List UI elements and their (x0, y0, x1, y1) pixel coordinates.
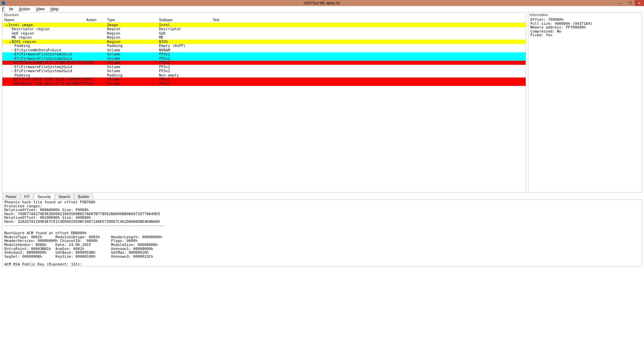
expand-icon[interactable]: ◢ (6, 23, 8, 27)
row-type: Region (107, 35, 159, 40)
row-type: Volume (107, 52, 159, 56)
row-subtype: ME (159, 35, 213, 40)
row-subtype: Intel (159, 23, 213, 27)
row-type: Padding (107, 44, 159, 48)
structure-title: Structure (2, 12, 526, 17)
row-type: Volume (107, 77, 159, 82)
tree-body[interactable]: ◢Intel imageImageIntelDescriptor regionR… (2, 23, 526, 192)
expand-icon[interactable]: ▷ (12, 57, 14, 60)
expand-icon[interactable]: ▷ (12, 65, 14, 68)
tree-row[interactable]: Descriptor regionRegionDescriptor (2, 27, 526, 32)
row-subtype: Descriptor (159, 27, 213, 31)
window-title: UEFITool NE alpha 52 (304, 1, 340, 5)
col-text[interactable]: Text (213, 18, 526, 22)
row-type: Volume (107, 56, 159, 61)
minimize-button[interactable]: — (616, 0, 625, 6)
tabs: Parser FIT Security Search Builder (2, 193, 642, 199)
menu-view[interactable]: View (36, 7, 45, 11)
row-name: BA34AA5B-110E-4810-B729-E559EFD075D3 (13, 82, 93, 86)
row-subtype: Non-empty (159, 73, 213, 78)
tree-row[interactable]: GbE regionRegionGbE (2, 31, 526, 36)
row-subtype: FFSv2 (159, 52, 213, 56)
tree-row[interactable]: ▷8579D1CA-45E8-4F1C-A789-FFA770672099Vol… (2, 61, 526, 65)
tree-row[interactable]: ▷EfiFirmwareFileSystem2GuidVolumeFFSv2 (2, 52, 526, 57)
menubar: File Action View Help (0, 6, 644, 12)
row-subtype: FFSv2 (159, 65, 213, 69)
menu-action[interactable]: Action (19, 7, 30, 11)
row-subtype: FFSv2 (159, 60, 213, 65)
row-name: Padding (14, 44, 30, 48)
row-type: Region (107, 40, 159, 44)
tree-row[interactable]: ▷BA34AA5B-110E-4810-B729-E559EFD075D3Vol… (2, 82, 526, 86)
row-type: Volume (107, 60, 159, 65)
menu-help[interactable]: Help (50, 7, 59, 11)
expand-icon[interactable]: ▷ (12, 49, 14, 52)
tree-row[interactable]: ME regionRegionME (2, 36, 526, 40)
expand-icon[interactable]: ▷ (12, 69, 14, 72)
row-type: Volume (107, 48, 159, 52)
row-type: Image (107, 23, 159, 27)
maximize-button[interactable]: ❐ (625, 0, 635, 6)
tree-row[interactable]: ▷EfiFirmwareFileSystem2GuidVolumeFFSv2 (2, 65, 526, 69)
row-subtype: NVRAM (159, 48, 213, 52)
row-name: 8579D1CA-45E8-4F1C-A789-FFA770672099 (13, 60, 93, 65)
row-name: GbE region (12, 31, 34, 36)
tab-search[interactable]: Search (55, 194, 74, 199)
tree-row[interactable]: ◢BIOS regionRegionBIOS (2, 40, 526, 44)
tree-row[interactable]: PaddingPaddingEmpty (0xFF) (2, 44, 526, 48)
tab-security[interactable]: Security (34, 194, 55, 199)
row-subtype: FFSv2 (159, 69, 213, 73)
row-name: ME region (12, 35, 32, 40)
row-name: EfiFirmwareFileSystem2Guid (14, 69, 72, 73)
expand-icon[interactable]: ◢ (9, 40, 12, 43)
tree-header: Name Action Type Subtype Text (2, 17, 526, 23)
row-type: Volume (107, 69, 159, 73)
row-subtype: Empty (0xFF) (159, 44, 213, 48)
row-subtype: BIOS (159, 40, 213, 44)
expand-icon[interactable]: ▷ (12, 53, 14, 56)
row-name: Intel image (8, 23, 33, 27)
app-icon (1, 1, 5, 5)
info-title: Information (528, 12, 642, 17)
row-name: EfiFirmwareFileSystem2Guid (14, 52, 72, 56)
col-subtype[interactable]: Subtype (159, 18, 213, 22)
row-subtype: FFSv2 (159, 77, 213, 82)
row-subtype: FFSv2 (159, 82, 213, 86)
tree-row[interactable]: ▷B73FE497-B92E-416E-8326-45AD0D270091Vol… (2, 78, 526, 82)
structure-panel: Structure Name Action Type Subtype Text … (2, 12, 526, 193)
row-type: Region (107, 27, 159, 31)
tree-row[interactable]: ▷EfiFirmwareFileSystem2GuidVolumeFFSv2 (2, 69, 526, 73)
log-output[interactable]: Phoenix hash file found at offset F9B768… (2, 199, 642, 266)
tab-parser[interactable]: Parser (2, 194, 20, 199)
tree-row[interactable]: ▷EfiSystemNvDataFvGuidVolumeNVRAM (2, 48, 526, 52)
tab-fit[interactable]: FIT (20, 194, 34, 199)
row-type: Region (107, 31, 159, 36)
col-action[interactable]: Action (86, 18, 107, 22)
tab-builder[interactable]: Builder (74, 194, 93, 199)
info-body: Offset: 700000h Full size: 900000h (9437… (528, 17, 642, 38)
bottom-panel: Parser FIT Security Search Builder Phoen… (0, 193, 644, 268)
row-name: Descriptor region (12, 27, 50, 31)
row-name: EfiSystemNvDataFvGuid (14, 48, 61, 52)
row-type: Padding (107, 73, 159, 78)
row-name: B73FE497-B92E-416E-8326-45AD0D270091 (13, 77, 93, 82)
tree-row[interactable]: PaddingPaddingNon-empty (2, 73, 526, 78)
row-type: Volume (107, 82, 159, 86)
window-controls: — ❐ ✕ (616, 0, 644, 6)
tree-row[interactable]: ▷EfiFirmwareFileSystem2GuidVolumeFFSv2 (2, 56, 526, 61)
close-button[interactable]: ✕ (635, 0, 644, 6)
row-name: EfiFirmwareFileSystem2Guid (14, 56, 72, 61)
menu-file[interactable]: File (2, 7, 13, 11)
row-name: BIOS region (12, 40, 36, 44)
row-type: Volume (107, 65, 159, 69)
row-subtype: GbE (159, 31, 213, 36)
row-name: Padding (14, 73, 30, 78)
row-subtype: FFSv2 (159, 56, 213, 61)
tree-row[interactable]: ◢Intel imageImageIntel (2, 23, 526, 27)
col-name[interactable]: Name (2, 18, 86, 22)
titlebar: UEFITool NE alpha 52 — ❐ ✕ (0, 0, 644, 6)
info-panel: Information Offset: 700000h Full size: 9… (528, 12, 642, 193)
col-type[interactable]: Type (107, 18, 159, 22)
row-name: EfiFirmwareFileSystem2Guid (14, 65, 72, 69)
